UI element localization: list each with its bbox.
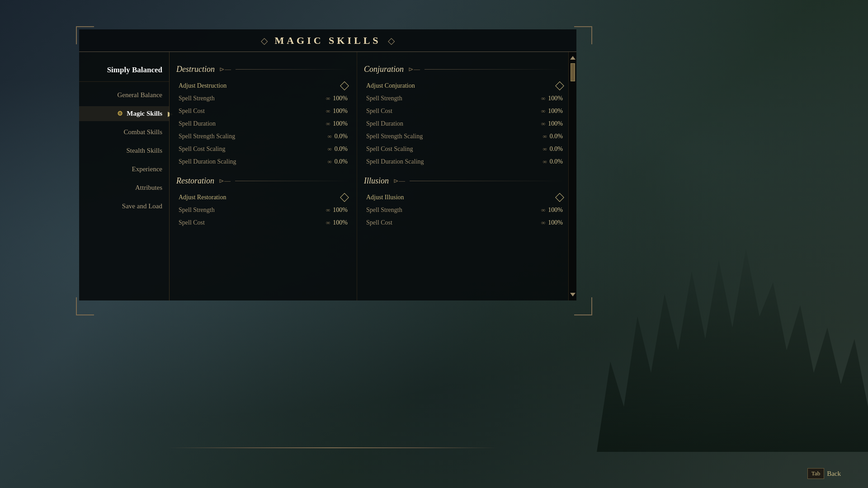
conj-spell-strength-scaling-row: Spell Strength Scaling ∞ 0.0%: [364, 130, 565, 143]
destruction-line: [236, 69, 350, 70]
corner-ornament-tr: [574, 26, 592, 44]
sidebar-item-experience[interactable]: Experience: [79, 162, 169, 177]
dest-spell-strength-scaling-row: Spell Strength Scaling ∞ 0.0%: [176, 130, 350, 143]
conjuration-section-header: Conjuration ⊳—: [364, 65, 565, 74]
adjust-restoration-label: Adjust Restoration: [179, 194, 226, 201]
conj-sd-infinity: ∞: [541, 120, 545, 127]
adjust-destruction-row[interactable]: Adjust Destruction: [176, 80, 350, 92]
adjust-conjuration-label: Adjust Conjuration: [366, 82, 415, 89]
dest-sc-value: 100%: [333, 108, 348, 115]
dest-sd-infinity: ∞: [326, 120, 330, 127]
destruction-section-header: Destruction ⊳—: [176, 65, 350, 74]
bottom-bar: [167, 447, 497, 461]
destruction-ornament: ⊳—: [219, 66, 231, 73]
destruction-title: Destruction: [176, 65, 215, 74]
conjuration-ornament: ⊳—: [408, 66, 420, 73]
scroll-down-arrow[interactable]: [570, 293, 576, 296]
adjust-restoration-row[interactable]: Adjust Restoration: [176, 191, 350, 204]
dest-sds-value: 0.0%: [335, 158, 348, 165]
dest-scs-infinity: ∞: [328, 145, 332, 153]
dest-ss-value: 100%: [333, 95, 348, 102]
illu-sc-infinity: ∞: [541, 219, 545, 226]
sidebar-item-general-balance[interactable]: General Balance: [79, 88, 169, 103]
scrollbar[interactable]: [568, 52, 576, 300]
corner-ornament-br: [574, 297, 592, 315]
dest-sss-infinity: ∞: [328, 133, 332, 140]
sidebar: Simply Balanced General Balance ⚙ Magic …: [79, 52, 170, 300]
back-button[interactable]: Tab Back: [807, 468, 841, 479]
rest-spell-cost-row: Spell Cost ∞ 100%: [176, 216, 350, 229]
right-column: Conjuration ⊳— Adjust Conjuration Spell …: [357, 52, 576, 300]
rest-sc-infinity: ∞: [326, 219, 330, 226]
sidebar-item-save-and-load[interactable]: Save and Load: [79, 199, 169, 214]
conjuration-line: [425, 69, 565, 70]
illu-spell-strength-row: Spell Strength ∞ 100%: [364, 204, 565, 216]
illu-ss-value: 100%: [548, 206, 563, 214]
scrollbar-thumb[interactable]: [571, 63, 575, 81]
sidebar-item-magic-skills[interactable]: ⚙ Magic Skills: [79, 106, 169, 121]
magic-skills-icon: ⚙: [117, 110, 123, 117]
title-bar: ◇ MAGIC SKILLS ◇: [79, 29, 576, 52]
sidebar-item-stealth-skills[interactable]: Stealth Skills: [79, 143, 169, 158]
back-key-label: Tab: [807, 468, 824, 479]
conj-sss-infinity: ∞: [543, 133, 547, 140]
dest-spell-cost-scaling-row: Spell Cost Scaling ∞ 0.0%: [176, 143, 350, 155]
dest-spell-cost-row: Spell Cost ∞ 100%: [176, 105, 350, 117]
dest-scs-value: 0.0%: [335, 145, 348, 153]
conj-spell-cost-row: Spell Cost ∞ 100%: [364, 105, 565, 117]
dest-spell-strength-row: Spell Strength ∞ 100%: [176, 92, 350, 105]
dest-sc-infinity: ∞: [326, 108, 330, 115]
conj-sss-value: 0.0%: [550, 133, 563, 140]
rest-sc-value: 100%: [333, 219, 348, 226]
rest-ss-value: 100%: [333, 206, 348, 214]
rest-spell-strength-row: Spell Strength ∞ 100%: [176, 204, 350, 216]
adjust-destruction-label: Adjust Destruction: [179, 82, 226, 89]
content-area: Destruction ⊳— Adjust Destruction Spell …: [170, 52, 576, 300]
illusion-line: [410, 181, 565, 181]
back-text-label: Back: [827, 470, 841, 478]
conj-ss-infinity: ∞: [541, 95, 545, 102]
restoration-title: Restoration: [176, 176, 214, 186]
dest-sd-value: 100%: [333, 120, 348, 127]
bottom-bar-line: [167, 447, 497, 448]
dest-ss-infinity: ∞: [326, 95, 330, 102]
conj-sc-value: 100%: [548, 108, 563, 115]
dest-sds-infinity: ∞: [328, 158, 332, 165]
adjust-illusion-diamond[interactable]: [555, 193, 564, 202]
conj-spell-strength-row: Spell Strength ∞ 100%: [364, 92, 565, 105]
adjust-illusion-row[interactable]: Adjust Illusion: [364, 191, 565, 204]
dest-sss-value: 0.0%: [335, 133, 348, 140]
conj-sds-value: 0.0%: [550, 158, 563, 165]
conj-ss-value: 100%: [548, 95, 563, 102]
title-ornament-left: ◇: [261, 35, 268, 46]
right-column-container: Conjuration ⊳— Adjust Conjuration Spell …: [357, 52, 576, 300]
conj-spell-duration-scaling-row: Spell Duration Scaling ∞ 0.0%: [364, 155, 565, 168]
illusion-title: Illusion: [364, 176, 389, 186]
dest-spell-duration-row: Spell Duration ∞ 100%: [176, 117, 350, 130]
conj-scs-value: 0.0%: [550, 145, 563, 153]
adjust-restoration-diamond[interactable]: [340, 193, 349, 202]
title-ornament-right: ◇: [388, 35, 395, 46]
adjust-illusion-label: Adjust Illusion: [366, 194, 404, 201]
sidebar-title: Simply Balanced: [79, 66, 169, 82]
conj-sc-infinity: ∞: [541, 108, 545, 115]
adjust-conjuration-row[interactable]: Adjust Conjuration: [364, 80, 565, 92]
conj-spell-duration-row: Spell Duration ∞ 100%: [364, 117, 565, 130]
restoration-ornament: ⊳—: [219, 177, 231, 185]
dest-spell-duration-scaling-row: Spell Duration Scaling ∞ 0.0%: [176, 155, 350, 168]
title-text: MAGIC SKILLS: [274, 35, 381, 47]
illu-spell-cost-row: Spell Cost ∞ 100%: [364, 216, 565, 229]
conj-sds-infinity: ∞: [543, 158, 547, 165]
rest-ss-infinity: ∞: [326, 206, 330, 214]
restoration-section-header: Restoration ⊳—: [176, 176, 350, 186]
conj-sd-value: 100%: [548, 120, 563, 127]
adjust-conjuration-diamond[interactable]: [555, 81, 564, 90]
sidebar-item-attributes[interactable]: Attributes: [79, 180, 169, 195]
left-column: Destruction ⊳— Adjust Destruction Spell …: [170, 52, 357, 300]
sidebar-item-combat-skills[interactable]: Combat Skills: [79, 125, 169, 140]
conjuration-title: Conjuration: [364, 65, 404, 74]
adjust-destruction-diamond[interactable]: [340, 81, 349, 90]
restoration-line: [235, 181, 350, 181]
scroll-up-arrow[interactable]: [570, 56, 576, 60]
illu-ss-infinity: ∞: [541, 206, 545, 214]
